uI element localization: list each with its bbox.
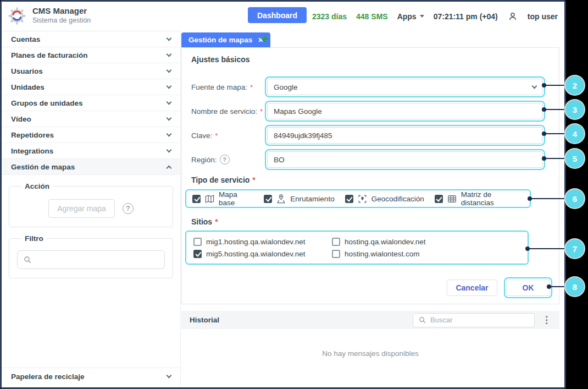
checkbox[interactable] bbox=[345, 195, 353, 203]
more-menu-icon[interactable]: ⋮ bbox=[542, 315, 551, 325]
chevron-down-icon bbox=[167, 132, 172, 137]
search-icon bbox=[418, 316, 426, 324]
callout-line bbox=[529, 198, 567, 199]
header-right-cluster: 2323 días 448 SMS Apps 07:21:11 pm (+04)… bbox=[312, 2, 558, 31]
map-source-highlight: Google bbox=[265, 76, 545, 97]
callout-badge-2: 2 bbox=[565, 76, 584, 95]
history-search-box[interactable] bbox=[413, 313, 535, 327]
tab-label: Gestión de mapas bbox=[188, 36, 252, 44]
sidebar-item-papelera-de-reciclaje[interactable]: Papelera de reciclaje bbox=[2, 368, 180, 385]
callout-line bbox=[548, 286, 567, 287]
callout-line bbox=[543, 85, 567, 86]
sidebar-item-label: Cuentas bbox=[11, 35, 40, 43]
chevron-down-icon bbox=[167, 36, 172, 41]
checkbox[interactable] bbox=[264, 195, 272, 203]
site-option-mig5[interactable]: mig5.hosting.qa.wialondev.net bbox=[193, 250, 332, 258]
key-input[interactable]: 84949ujdk39fj485 bbox=[267, 127, 543, 144]
region-highlight: BO bbox=[265, 149, 545, 170]
service-option-mapa-base[interactable]: Mapa base bbox=[192, 190, 253, 207]
service-option-matriz-de-distancias[interactable]: Matriz de distancias bbox=[435, 190, 524, 207]
site-option-hosting-qa[interactable]: hosting.qa.wialondev.net bbox=[332, 238, 520, 246]
callout-dot bbox=[542, 156, 546, 161]
checkbox[interactable] bbox=[435, 195, 443, 203]
filter-panel-legend: Filtro bbox=[21, 234, 47, 243]
clock: 07:21:11 pm (+04) bbox=[434, 12, 498, 21]
help-icon[interactable]: ? bbox=[220, 155, 230, 165]
key-value: 84949ujdk39fj485 bbox=[274, 132, 332, 140]
callout-badge-4: 4 bbox=[565, 124, 584, 143]
checkbox[interactable] bbox=[332, 238, 340, 246]
screenshot-stage: CMS Manager Sistema de gestión Dashboard… bbox=[0, 0, 588, 389]
sidebar-item-grupos-de-unidades[interactable]: Grupos de unidades bbox=[2, 95, 180, 111]
sidebar-item-planes-de-facturacion[interactable]: Planes de facturación bbox=[2, 47, 180, 63]
app-subtitle: Sistema de gestión bbox=[32, 17, 91, 24]
field-label-fuente-de-mapa: Fuente de mapa: * bbox=[191, 76, 253, 97]
dashboard-button[interactable]: Dashboard bbox=[248, 7, 307, 23]
sidebar: Cuentas Planes de facturación Usuarios U… bbox=[2, 31, 181, 387]
sidebar-item-usuarios[interactable]: Usuarios bbox=[2, 63, 180, 79]
service-option-label: Enrutamiento bbox=[290, 195, 334, 203]
sidebar-item-unidades[interactable]: Unidades bbox=[2, 79, 180, 95]
history-empty-message: No hay mensajes disponibles bbox=[181, 349, 559, 358]
chevron-down-icon bbox=[167, 373, 172, 379]
cms-window: CMS Manager Sistema de gestión Dashboard… bbox=[0, 0, 566, 389]
sidebar-item-label: Unidades bbox=[11, 83, 45, 91]
sidebar-item-repetidores[interactable]: Repetidores bbox=[2, 127, 180, 143]
site-option-mig1[interactable]: mig1.hosting.qa.wialondev.net bbox=[193, 238, 332, 246]
filter-search-input[interactable] bbox=[36, 256, 159, 264]
search-icon bbox=[23, 255, 32, 264]
user-icon[interactable] bbox=[507, 11, 518, 22]
checkbox[interactable] bbox=[332, 250, 340, 258]
add-map-button[interactable]: Agregar mapa bbox=[48, 199, 115, 218]
tab-gestion-de-mapas[interactable]: Gestión de mapas ✕ bbox=[181, 32, 270, 47]
app-titles: CMS Manager Sistema de gestión bbox=[32, 6, 91, 24]
checkbox[interactable] bbox=[193, 238, 202, 246]
distance-matrix-icon bbox=[447, 194, 457, 204]
sidebar-item-label: Vídeo bbox=[11, 115, 31, 123]
checkbox[interactable] bbox=[192, 195, 201, 203]
sites-group: mig1.hosting.qa.wialondev.net hosting.qa… bbox=[185, 231, 529, 265]
sidebar-item-integrations[interactable]: Integrations bbox=[2, 143, 180, 159]
service-name-input[interactable]: Mapas Google bbox=[267, 103, 543, 119]
history-bar: Historial ⋮ bbox=[181, 311, 559, 329]
service-option-label: Geocodificación bbox=[371, 195, 424, 203]
help-icon[interactable]: ? bbox=[123, 203, 134, 214]
chevron-down-icon bbox=[420, 15, 424, 18]
history-search-input[interactable] bbox=[430, 316, 529, 324]
sidebar-item-cuentas[interactable]: Cuentas bbox=[2, 31, 180, 47]
field-label-region: Región: ? bbox=[191, 149, 230, 170]
map-icon bbox=[204, 194, 215, 204]
site-option-label: mig1.hosting.qa.wialondev.net bbox=[206, 238, 306, 246]
map-settings-panel: Ajustes básicos Fuente de mapa: * Google… bbox=[181, 47, 559, 304]
required-marker: * bbox=[250, 83, 253, 91]
service-option-enrutamiento[interactable]: Enrutamiento bbox=[264, 194, 334, 204]
callout-dot bbox=[542, 132, 546, 136]
chevron-down-icon bbox=[532, 84, 537, 89]
cancel-button[interactable]: Cancelar bbox=[447, 280, 497, 296]
sidebar-item-label: Planes de facturación bbox=[11, 51, 88, 59]
callout-badge-7: 7 bbox=[565, 239, 584, 258]
region-input[interactable]: BO bbox=[267, 151, 543, 168]
field-label-nombre-de-servicio: Nombre de servicio: * bbox=[191, 101, 263, 122]
sidebar-item-label: Usuarios bbox=[11, 67, 43, 75]
cms-gear-logo-icon bbox=[7, 6, 27, 26]
service-option-geocodificacion[interactable]: Geocodificación bbox=[345, 194, 424, 204]
sidebar-item-gestion-de-mapas[interactable]: Gestión de mapas bbox=[2, 159, 180, 175]
site-option-wialontest[interactable]: hosting.wialontest.com bbox=[332, 250, 520, 258]
callout-badge-6: 6 bbox=[565, 189, 584, 208]
sidebar-item-label: Repetidores bbox=[11, 131, 54, 139]
required-marker: * bbox=[260, 107, 263, 116]
callout-dot bbox=[525, 246, 530, 251]
filter-search-box[interactable] bbox=[17, 250, 165, 269]
username[interactable]: top user bbox=[528, 12, 558, 21]
ok-button[interactable]: OK bbox=[506, 280, 550, 296]
sidebar-item-video[interactable]: Vídeo bbox=[2, 111, 180, 127]
service-name-value: Mapas Google bbox=[274, 107, 322, 116]
checkbox[interactable] bbox=[193, 250, 202, 258]
sms-counter: 448 SMS bbox=[356, 12, 388, 21]
sidebar-item-label: Integrations bbox=[11, 147, 53, 155]
add-tab-button[interactable]: + bbox=[261, 31, 269, 47]
map-source-select[interactable]: Google bbox=[267, 79, 543, 95]
apps-menu[interactable]: Apps bbox=[397, 12, 424, 21]
site-option-label: mig5.hosting.qa.wialondev.net bbox=[206, 250, 306, 258]
